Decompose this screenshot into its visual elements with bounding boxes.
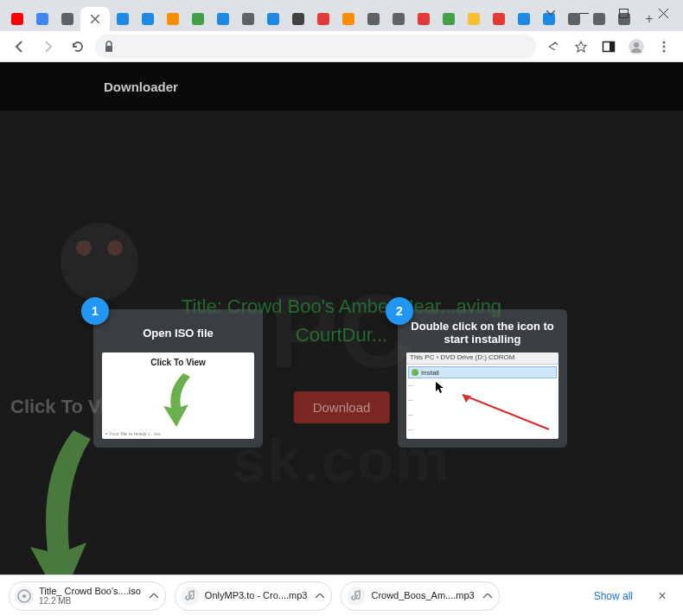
cursor-icon	[436, 382, 444, 394]
install-label: Install	[421, 369, 439, 377]
svg-line-10	[463, 395, 549, 429]
globe-icon	[61, 12, 74, 26]
download-item[interactable]: OnlyMP3.to - Cro....mp3	[175, 581, 333, 611]
card-1-preview: Click To View ▪ Your file is ready t...i…	[102, 352, 254, 439]
minimize-button[interactable]	[564, 0, 603, 26]
browser-tab[interactable]	[186, 7, 210, 31]
page-title: Downloader	[104, 79, 178, 94]
browser-tab[interactable]	[286, 7, 310, 31]
download-item[interactable]: Crowd_Boos_Am....mp3	[341, 581, 499, 611]
svg-point-6	[634, 42, 639, 48]
download-button[interactable]: Download	[294, 391, 390, 423]
browser-tab[interactable]	[311, 7, 335, 31]
browser-tab[interactable]	[462, 7, 486, 31]
chevron-up-icon[interactable]	[316, 594, 324, 599]
browser-tab[interactable]	[336, 7, 361, 31]
card-2-title: Double click on the icon to start instal…	[406, 318, 559, 347]
dl-box-icon	[342, 12, 355, 26]
step-badge-2: 2	[386, 297, 413, 325]
browser-tab[interactable]	[161, 7, 185, 31]
download-item[interactable]: Title_ Crowd Boo's....iso12.2 MB	[9, 581, 166, 611]
cloud-dl-icon	[116, 12, 130, 26]
close-downloads-bar[interactable]: ×	[650, 588, 674, 604]
page-header: Downloader	[0, 62, 683, 111]
step-badge-1: 1	[81, 297, 109, 325]
svg-point-7	[663, 41, 666, 43]
google-icon	[35, 12, 49, 26]
globe-icon	[241, 12, 255, 26]
close-icon	[88, 12, 102, 26]
disc-mini-icon	[412, 369, 418, 376]
browser-tab[interactable]	[361, 7, 386, 31]
card-1-title: Open ISO file	[102, 318, 254, 347]
puzzle-icon	[166, 12, 180, 26]
reload-button[interactable]	[66, 35, 90, 59]
phone-icon	[367, 12, 380, 26]
explorer-breadcrumb: This PC › DVD Drive (D:) CDROM	[406, 352, 559, 365]
chevron-up-icon[interactable]	[483, 594, 492, 599]
browser-tab[interactable]	[5, 7, 29, 31]
forward-button[interactable]	[36, 35, 61, 59]
browser-tab[interactable]	[386, 7, 411, 31]
svg-point-12	[22, 594, 26, 598]
browser-tab[interactable]	[80, 7, 110, 31]
dl-y-icon	[467, 12, 481, 26]
instruction-card-2: 2 Double click on the icon to start inst…	[398, 309, 567, 448]
lock-icon	[104, 41, 114, 53]
side-panel-button[interactable]	[597, 35, 621, 59]
window-dropdown[interactable]	[538, 0, 564, 26]
browser-tab[interactable]	[437, 7, 461, 31]
film-reel-icon	[61, 223, 138, 301]
svg-rect-4	[610, 41, 615, 51]
omnibox[interactable]	[95, 35, 536, 59]
browser-tab[interactable]	[487, 7, 511, 31]
browser-tab[interactable]	[412, 7, 436, 31]
back-button[interactable]	[7, 35, 31, 59]
close-window-button[interactable]	[643, 0, 683, 26]
download-name: Crowd_Boos_Am....mp3	[371, 590, 474, 600]
play-box-icon	[417, 12, 431, 26]
instruction-card-1: 1 Open ISO file Click To View ▪ Your fil…	[93, 309, 263, 448]
red-arrow-icon	[450, 391, 553, 434]
grid4-icon	[216, 12, 230, 26]
download-size: 12.2 MB	[39, 596, 141, 606]
show-all-downloads[interactable]: Show all	[585, 585, 642, 607]
download-name: Title_ Crowd Boo's....iso	[39, 586, 141, 596]
grid-g-icon	[442, 12, 456, 26]
mini-green-arrow-icon	[159, 370, 197, 430]
card-2-preview: This PC › DVD Drive (D:) CDROM Install	[406, 352, 559, 439]
share-button[interactable]	[541, 35, 565, 59]
downloads-bar: Title_ Crowd Boo's....iso12.2 MBOnlyMP3.…	[0, 575, 683, 616]
cloud-icon	[517, 12, 531, 26]
ym-icon	[492, 12, 506, 26]
browser-tab[interactable]	[55, 7, 80, 31]
browser-tab[interactable]	[261, 7, 285, 31]
globe-icon	[392, 12, 405, 26]
disc-icon	[15, 587, 34, 606]
browser-tab[interactable]	[136, 7, 160, 31]
grid-icon	[191, 12, 205, 26]
address-bar	[0, 31, 683, 62]
play-icon	[266, 12, 280, 26]
audio-icon	[347, 587, 366, 606]
svg-point-8	[663, 45, 666, 48]
browser-tab[interactable]	[211, 7, 235, 31]
browser-tab[interactable]	[30, 7, 54, 31]
profile-button[interactable]	[624, 35, 648, 59]
disc-icon	[291, 12, 305, 26]
chevron-up-icon[interactable]	[150, 594, 158, 599]
browser-tab[interactable]	[236, 7, 260, 31]
youtube-icon	[10, 12, 24, 26]
install-item: Install	[408, 366, 557, 378]
menu-button[interactable]	[652, 35, 676, 59]
svg-point-9	[663, 49, 666, 52]
preview-click-to-view: Click To View	[150, 358, 206, 367]
browser-tab[interactable]	[111, 7, 135, 31]
download-name: OnlyMP3.to - Cro....mp3	[205, 590, 308, 600]
svg-rect-2	[105, 46, 112, 52]
browser-tab[interactable]	[512, 7, 536, 31]
bookmark-star-button[interactable]	[569, 35, 593, 59]
cloud-dl-icon	[141, 12, 155, 26]
maximize-button[interactable]	[603, 0, 643, 26]
dl-icon	[316, 12, 330, 26]
